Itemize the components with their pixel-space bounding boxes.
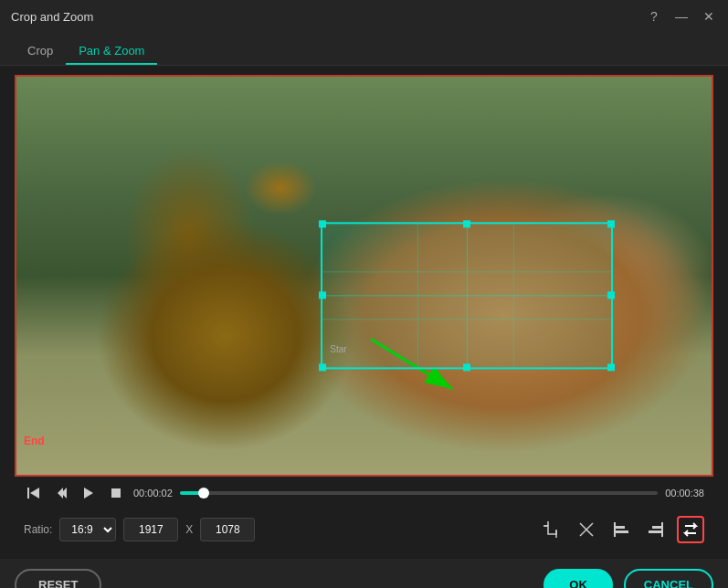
handle-top-mid[interactable] [463, 220, 470, 227]
height-input[interactable] [200, 518, 255, 541]
close-button[interactable]: ✕ [701, 8, 717, 25]
handle-top-left[interactable] [319, 220, 326, 227]
ratio-select[interactable]: 16:9 4:3 1:1 [59, 518, 116, 541]
tabs-bar: Crop Pan & Zoom [0, 33, 728, 66]
minimize-button[interactable]: — [673, 8, 690, 25]
handle-bottom-right[interactable] [607, 363, 615, 371]
action-bar: RESET OK CANCEL [0, 559, 728, 588]
swap-icon-button[interactable] [677, 516, 704, 543]
handle-mid-left[interactable] [319, 292, 326, 299]
window-title: Crop and Zoom [11, 10, 646, 24]
selection-region[interactable]: Star [321, 222, 613, 369]
skip-back-button[interactable] [24, 483, 44, 503]
total-time: 00:00:38 [665, 488, 704, 499]
cancel-button[interactable]: CANCEL [624, 569, 713, 589]
svg-rect-18 [652, 526, 661, 529]
progress-bar[interactable] [180, 491, 658, 495]
svg-rect-14 [614, 522, 616, 537]
tab-pan-zoom[interactable]: Pan & Zoom [66, 38, 157, 65]
handle-bottom-mid[interactable] [463, 363, 470, 371]
x-separator: X [185, 523, 193, 536]
crop-icon-button[interactable] [538, 516, 565, 543]
window-controls: ? — ✕ [646, 8, 717, 25]
width-input[interactable] [123, 518, 178, 541]
svg-rect-15 [616, 526, 625, 529]
svg-marker-3 [30, 488, 39, 499]
options-bar: Ratio: 16:9 4:3 1:1 X [15, 509, 713, 550]
selection-label: Star [330, 344, 346, 354]
play-button[interactable] [79, 483, 99, 503]
handle-bottom-left[interactable] [319, 363, 326, 371]
svg-marker-6 [84, 488, 93, 499]
ratio-label: Ratio: [24, 523, 52, 536]
current-time: 00:00:02 [133, 488, 173, 499]
handle-top-right[interactable] [607, 220, 615, 227]
svg-rect-17 [661, 522, 663, 537]
progress-thumb[interactable] [198, 488, 209, 499]
main-content: Star End [0, 66, 728, 559]
svg-rect-19 [649, 530, 661, 533]
step-back-button[interactable] [51, 483, 71, 503]
align-right-icon-button[interactable] [642, 516, 670, 543]
svg-rect-16 [616, 530, 628, 533]
ok-button[interactable]: OK [543, 569, 613, 589]
confirm-buttons: OK CANCEL [543, 569, 713, 589]
align-left-icon-button[interactable] [607, 516, 635, 543]
svg-rect-7 [111, 488, 121, 498]
crosshair-vertical [467, 224, 468, 367]
titlebar: Crop and Zoom ? — ✕ [0, 0, 728, 33]
stop-button[interactable] [106, 483, 126, 503]
end-label: End [24, 435, 45, 447]
reset-button[interactable]: RESET [15, 569, 101, 589]
svg-rect-2 [27, 488, 29, 499]
playback-controls: 00:00:02 00:00:38 [15, 477, 713, 509]
help-button[interactable]: ? [646, 8, 662, 25]
handle-mid-right[interactable] [607, 292, 615, 299]
video-preview: Star End [15, 75, 713, 477]
tab-crop[interactable]: Crop [15, 38, 66, 65]
transform-icon-button[interactable] [573, 516, 600, 543]
